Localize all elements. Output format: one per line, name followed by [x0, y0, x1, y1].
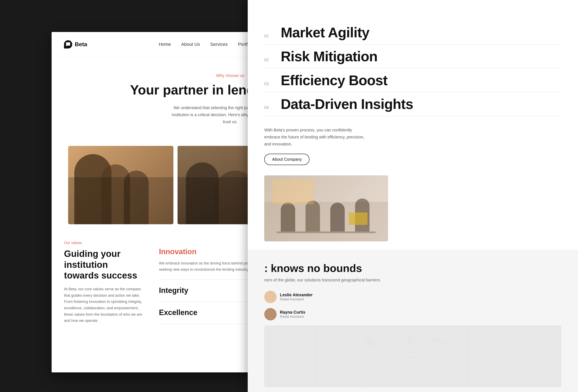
person-info-1: Leslie Alexander Retail Assistant	[280, 293, 313, 302]
global-title-text: :	[264, 262, 271, 274]
num-label-2: 02	[264, 58, 275, 62]
about-company-button[interactable]: About Company	[264, 154, 309, 165]
svg-rect-24	[438, 341, 438, 342]
svg-rect-23	[435, 339, 436, 340]
svg-rect-15	[410, 340, 411, 341]
person-name-2: Rayna Curtis	[280, 310, 305, 315]
num-label-1: 01	[264, 34, 275, 38]
right-panel-card: 01 Market Agility 02 Risk Mitigation 03 …	[248, 0, 578, 392]
svg-rect-27	[446, 354, 447, 355]
values-title: Guiding your institution towards success	[64, 248, 143, 281]
accordion-title-integrity: Integrity	[159, 286, 188, 295]
values-left-col: Our values Guiding your institution towa…	[64, 241, 143, 324]
svg-rect-16	[409, 346, 410, 347]
svg-rect-4	[376, 342, 377, 343]
svg-rect-12	[409, 337, 410, 338]
num-label-4: 04	[264, 105, 275, 110]
accordion-title-excellence: Excellence	[159, 308, 197, 317]
svg-rect-22	[434, 340, 434, 341]
person-name-1: Leslie Alexander	[280, 293, 313, 297]
person-role-2: Retail Assistant	[280, 315, 305, 319]
avatar-1	[264, 291, 277, 303]
num-title-2: Risk Mitigation	[281, 49, 378, 64]
about-section: With Beta's proven process, you can conf…	[264, 127, 562, 165]
svg-rect-29	[450, 355, 451, 356]
numbered-list: 01 Market Agility 02 Risk Mitigation 03 …	[264, 25, 562, 116]
svg-rect-21	[432, 338, 432, 339]
svg-rect-9	[365, 341, 366, 342]
num-title-4: Data-Driven Insights	[281, 96, 413, 112]
num-title-3: Efficiency Boost	[281, 73, 387, 88]
svg-rect-17	[411, 348, 412, 349]
num-title-1: Market Agility	[281, 25, 369, 40]
world-map	[264, 325, 562, 387]
svg-rect-0	[367, 338, 368, 339]
svg-rect-6	[371, 343, 371, 344]
svg-rect-13	[411, 338, 412, 339]
right-top-section: 01 Market Agility 02 Risk Mitigation 03 …	[248, 0, 578, 250]
svg-rect-26	[442, 343, 443, 344]
logo: Beta	[64, 40, 87, 48]
logo-icon	[64, 40, 72, 48]
svg-rect-1	[370, 339, 370, 340]
svg-rect-2	[372, 340, 372, 341]
nav-services[interactable]: Services	[210, 42, 228, 47]
svg-rect-18	[410, 350, 411, 351]
svg-rect-7	[373, 344, 373, 345]
person-role-1: Retail Assistant	[280, 297, 313, 302]
svg-rect-14	[408, 339, 409, 340]
numbered-item-1: 01 Market Agility	[264, 25, 562, 44]
svg-rect-5	[369, 342, 369, 343]
person-card-2: Rayna Curtis Retail Assistant	[264, 308, 562, 320]
global-section: : knows no bounds ners of the globe, our…	[248, 250, 578, 387]
svg-rect-20	[429, 336, 430, 337]
num-label-3: 03	[264, 82, 275, 86]
hero-image-1	[68, 146, 173, 224]
svg-rect-19	[408, 352, 409, 353]
nav-home[interactable]: Home	[159, 42, 171, 47]
about-description: With Beta's proven process, you can conf…	[264, 127, 367, 147]
svg-rect-3	[374, 341, 375, 342]
numbered-item-4: 04 Data-Driven Insights	[264, 96, 562, 116]
values-description: At Beta, our core values serve as the co…	[64, 286, 143, 324]
team-image	[264, 175, 388, 241]
nav-about[interactable]: About Us	[181, 42, 200, 47]
avatar-2	[264, 308, 277, 320]
numbered-item-3: 03 Efficiency Boost	[264, 73, 562, 92]
svg-rect-28	[448, 356, 449, 357]
person-info-2: Rayna Curtis Retail Assistant	[280, 310, 305, 319]
svg-rect-11	[407, 336, 407, 337]
logo-text: Beta	[75, 41, 87, 48]
svg-rect-10	[366, 343, 367, 344]
numbered-item-2: 02 Risk Mitigation	[264, 49, 562, 69]
person-card-1: Leslie Alexander Retail Assistant	[264, 291, 562, 303]
global-description: ners of the globe, our solutions transce…	[264, 278, 562, 282]
accordion-title-innovation: Innovation	[159, 247, 196, 256]
global-title: : knows no bounds	[264, 262, 562, 274]
values-label: Our values	[64, 241, 143, 245]
svg-rect-25	[440, 342, 440, 343]
global-title-main: knows no bounds	[271, 262, 362, 274]
svg-rect-8	[375, 345, 376, 346]
